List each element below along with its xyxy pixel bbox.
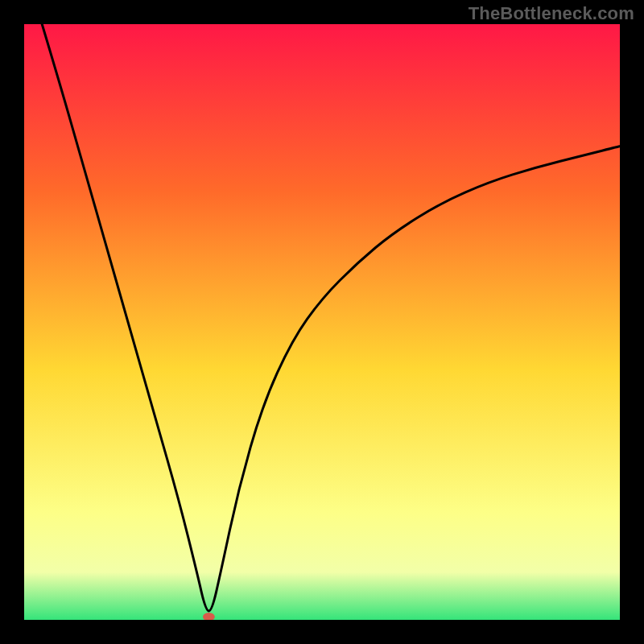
- watermark-text: TheBottleneck.com: [469, 3, 634, 24]
- chart-svg: [24, 24, 620, 620]
- outer-frame: TheBottleneck.com: [0, 0, 644, 644]
- gradient-background: [24, 24, 620, 620]
- plot-area: [24, 24, 620, 620]
